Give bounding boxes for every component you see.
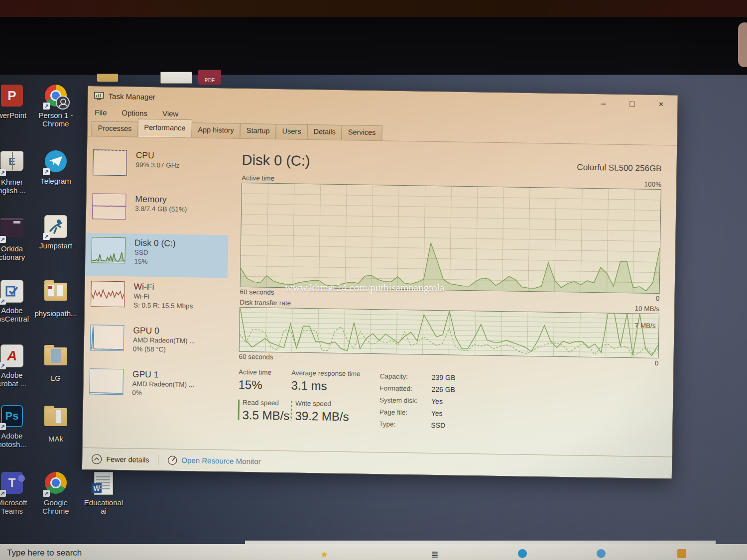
- photo-artifact: [738, 22, 747, 67]
- fewer-details-button[interactable]: Fewer details: [106, 455, 149, 463]
- desktop-icon-acrobat[interactable]: A ↗ Adobe crobat ...: [0, 343, 36, 388]
- wifi-thumbnail-chart: [91, 281, 125, 307]
- tab-processes[interactable]: Processes: [91, 121, 138, 136]
- table-row: Page file: Yes: [379, 406, 455, 419]
- folder-icon: [44, 408, 67, 426]
- disk-stats: Active time 15% Read speed 3.5 MB/s Aver…: [238, 368, 658, 435]
- desktop-icon-chrome-profile[interactable]: ↗ Person 1 - Chrome: [32, 84, 80, 128]
- close-button[interactable]: ×: [646, 95, 676, 114]
- folder-icon: [44, 347, 67, 365]
- avg-response-stat-value: 3.1 ms: [291, 378, 379, 394]
- chevron-up-circle-icon: [91, 453, 102, 464]
- dictionary-book-icon: E: [0, 151, 23, 171]
- desktop-icon-physiopath[interactable]: physiopath...: [32, 279, 80, 318]
- desktop-icon-adobe-mscentral[interactable]: ↗ Adobe msCentral: [0, 279, 36, 323]
- disk-thumbnail-chart: [91, 237, 125, 263]
- timespan-label: 60 seconds: [239, 353, 273, 361]
- active-time-stat-value: 15%: [238, 378, 291, 393]
- maximize-button[interactable]: □: [618, 95, 647, 114]
- tab-app-history[interactable]: App history: [191, 122, 241, 138]
- resource-monitor-icon: [167, 455, 177, 465]
- sidebar-item-cpu[interactable]: CPU 99% 3.07 GHz: [87, 145, 230, 190]
- avg-response-stat-label: Average response time: [291, 369, 380, 378]
- desktop-icon-telegram[interactable]: ↗ Telegram: [32, 149, 80, 185]
- tab-users[interactable]: Users: [275, 124, 307, 139]
- partial-folder-icon[interactable]: [97, 74, 118, 82]
- tab-services[interactable]: Services: [342, 125, 382, 140]
- search-input[interactable]: Type here to search: [7, 548, 82, 558]
- person-avatar-icon: [56, 96, 70, 110]
- table-row: Capacity: 239 GB: [380, 370, 456, 383]
- desktop-icon-lg[interactable]: LG: [32, 343, 80, 382]
- sidebar-item-memory[interactable]: Memory 3.8/7.4 GB (51%): [86, 189, 229, 234]
- device-name: Colorful SL500 256GB: [577, 162, 661, 174]
- zero-label: 0: [655, 359, 659, 367]
- shortcut-arrow-icon: ↗: [0, 169, 6, 176]
- sidebar-item-disk0[interactable]: Disk 0 (C:) SSD 15%: [85, 233, 228, 278]
- shortcut-arrow-icon: ↗: [0, 490, 6, 497]
- menu-file[interactable]: File: [95, 108, 107, 116]
- desktop-icon-khmer-english[interactable]: E ↗ Khmer nglish ...: [0, 149, 36, 195]
- sidebar-item-gpu0[interactable]: GPU 0 AMD Radeon(TM) ... 0% (58 °C): [84, 321, 227, 365]
- transfer-max-label: 10 MB/s: [634, 305, 659, 313]
- taskbar-app-icon[interactable]: [517, 549, 528, 560]
- transfer-rate-chart: 7 MB/s: [239, 307, 659, 358]
- menu-view[interactable]: View: [162, 109, 179, 118]
- photo-background-wall: [0, 0, 747, 17]
- shortcut-arrow-icon: ↗: [43, 168, 50, 175]
- taskbar[interactable]: Type here to search ★ ≣: [0, 544, 747, 560]
- gpu1-thumbnail-chart: [89, 368, 124, 395]
- partial-pdf-icon[interactable]: PDF: [198, 70, 221, 85]
- tab-details[interactable]: Details: [307, 124, 342, 140]
- active-time-chart-label: Active time: [242, 174, 274, 182]
- desktop-icon-orkida[interactable]: ↗ Orkida ctionary: [0, 214, 36, 261]
- shortcut-arrow-icon: ↗: [0, 236, 6, 243]
- powerpoint-icon: P: [1, 85, 23, 107]
- window-title: Task Manager: [109, 92, 155, 101]
- task-manager-icon: [94, 92, 104, 100]
- tab-performance[interactable]: Performance: [137, 119, 192, 138]
- active-time-stat-label: Active time: [239, 368, 291, 377]
- minimize-button[interactable]: –: [589, 94, 618, 113]
- taskbar-app-icon[interactable]: [676, 549, 687, 560]
- orkida-book-icon: [0, 218, 23, 237]
- transfer-current-label: 7 MB/s: [634, 322, 655, 330]
- desktop-icon-google-chrome[interactable]: ↗ Google Chrome: [32, 471, 80, 515]
- tab-startup[interactable]: Startup: [240, 123, 276, 139]
- write-speed-stat: Write speed 39.2 MB/s: [290, 399, 379, 424]
- read-speed-stat: Read speed 3.5 MB/s: [238, 399, 291, 423]
- desktop-icon-teams[interactable]: T ↗ Microsoft Teams: [0, 471, 36, 515]
- performance-sidebar: CPU 99% 3.07 GHz Memory 3.8/7.4 GB (51%)…: [83, 136, 230, 449]
- desktop-icon-mak[interactable]: MAk: [32, 404, 80, 443]
- transfer-rate-chart-label: Disk transfer rate: [240, 299, 291, 307]
- partial-file-icon[interactable]: [160, 72, 192, 84]
- open-resource-monitor-link[interactable]: Open Resource Monitor: [181, 456, 260, 465]
- folder-icon: [44, 283, 67, 301]
- zero-label: 0: [656, 295, 660, 302]
- timespan-label: 60 seconds: [240, 288, 274, 296]
- desktop-icon-powerpoint[interactable]: P werPoint: [0, 84, 36, 119]
- table-row: Type: SSD: [379, 418, 455, 431]
- shortcut-arrow-icon: ↗: [43, 490, 50, 497]
- sidebar-item-wifi[interactable]: Wi-Fi Wi-Fi S: 0.5 R: 15.5 Mbps: [85, 277, 228, 322]
- taskbar-app-icon[interactable]: [596, 549, 607, 560]
- write-speed-legend-bar: [290, 400, 292, 421]
- shortcut-arrow-icon: ↗: [0, 298, 6, 305]
- gpu0-thumbnail-chart: [90, 325, 124, 351]
- taskbar-app-icon[interactable]: ★: [319, 549, 330, 560]
- read-speed-legend-bar: [238, 400, 240, 420]
- taskbar-app-icon[interactable]: ≣: [429, 549, 440, 560]
- shortcut-arrow-icon: ↗: [0, 423, 6, 430]
- active-time-chart: [240, 183, 661, 294]
- desktop-icon-jumpstart[interactable]: ↗ Jumpstart: [32, 214, 80, 250]
- sidebar-item-gpu1[interactable]: GPU 1 AMD Radeon(TM) ... 0%: [83, 364, 226, 409]
- shortcut-arrow-icon: ↗: [43, 103, 50, 110]
- table-row: System disk: Yes: [379, 394, 455, 407]
- page-title: Disk 0 (C:): [242, 152, 310, 169]
- desktop-icon-photoshop[interactable]: Ps ↗ Adobe hotosh...: [0, 404, 36, 448]
- cpu-thumbnail-chart: [93, 149, 127, 176]
- desktop-icon-educational-ai[interactable]: W Educational ai: [80, 471, 127, 515]
- memory-thumbnail-chart: [92, 193, 126, 220]
- table-row: Formatted: 226 GB: [379, 382, 455, 395]
- menu-options[interactable]: Options: [122, 109, 147, 117]
